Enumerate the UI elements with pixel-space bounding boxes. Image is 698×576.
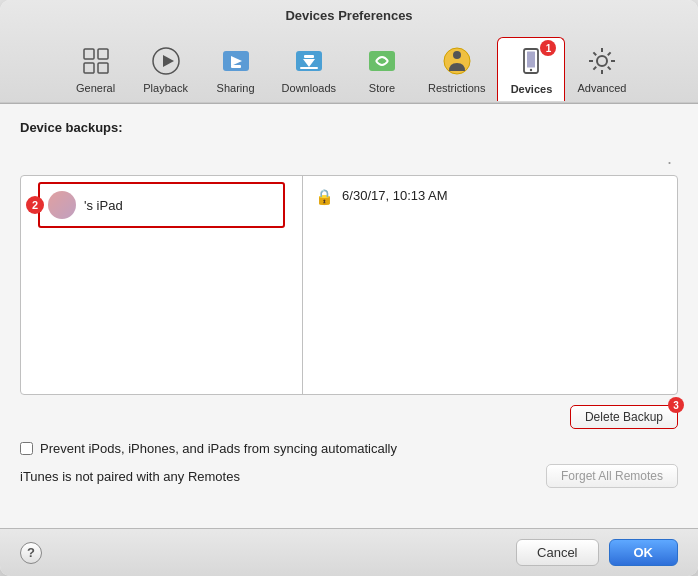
dot-separator: · bbox=[20, 153, 678, 171]
downloads-icon bbox=[291, 43, 327, 79]
svg-rect-1 bbox=[98, 49, 108, 59]
toolbar-item-sharing[interactable]: Sharing bbox=[202, 37, 270, 100]
device-avatar bbox=[48, 191, 76, 219]
help-button[interactable]: ? bbox=[20, 542, 42, 564]
toolbar-item-playback[interactable]: Playback bbox=[132, 37, 200, 100]
title-bar: Devices Preferences General bbox=[0, 0, 698, 104]
prevent-sync-label: Prevent iPods, iPhones, and iPads from s… bbox=[40, 441, 397, 456]
lock-icon: 🔒 bbox=[315, 188, 334, 206]
preferences-window: Devices Preferences General bbox=[0, 0, 698, 576]
svg-rect-3 bbox=[98, 63, 108, 73]
toolbar-item-devices[interactable]: 1 Devices bbox=[497, 37, 565, 101]
advanced-icon bbox=[584, 43, 620, 79]
ok-button[interactable]: OK bbox=[609, 539, 679, 566]
remotes-label: iTunes is not paired with any Remotes bbox=[20, 469, 240, 484]
svg-line-26 bbox=[608, 52, 611, 55]
playback-label: Playback bbox=[143, 82, 188, 94]
delete-row: Delete Backup 3 bbox=[20, 405, 678, 429]
devices-badge: 1 bbox=[540, 40, 556, 56]
forget-all-remotes-button[interactable]: Forget All Remotes bbox=[546, 464, 678, 488]
svg-line-24 bbox=[593, 52, 596, 55]
svg-point-19 bbox=[597, 56, 607, 66]
devices-label: Devices bbox=[511, 83, 553, 95]
backup-list: 2 's iPad bbox=[21, 176, 303, 394]
bottom-buttons: Cancel OK bbox=[516, 539, 678, 566]
toolbar-item-general[interactable]: General bbox=[62, 37, 130, 100]
svg-rect-17 bbox=[527, 52, 535, 68]
toolbar-item-downloads[interactable]: Downloads bbox=[272, 37, 346, 100]
svg-rect-2 bbox=[84, 63, 94, 73]
sharing-label: Sharing bbox=[217, 82, 255, 94]
backups-area: 2 's iPad 🔒 6/30/17, 10:13 AM bbox=[20, 175, 678, 395]
svg-point-18 bbox=[530, 69, 532, 71]
general-icon bbox=[78, 43, 114, 79]
store-label: Store bbox=[369, 82, 395, 94]
svg-point-15 bbox=[453, 51, 461, 59]
svg-line-25 bbox=[608, 67, 611, 70]
store-icon bbox=[364, 43, 400, 79]
svg-rect-13 bbox=[369, 51, 395, 71]
main-content: Device backups: · 2 's iPad 🔒 6/30/17, 1… bbox=[0, 104, 698, 528]
delete-badge: 3 bbox=[668, 397, 684, 413]
svg-rect-11 bbox=[304, 55, 314, 58]
section-label: Device backups: bbox=[20, 120, 678, 135]
playback-icon bbox=[148, 43, 184, 79]
sharing-icon bbox=[218, 43, 254, 79]
prevent-sync-row: Prevent iPods, iPhones, and iPads from s… bbox=[20, 441, 678, 456]
bottom-bar: ? Cancel OK bbox=[0, 528, 698, 576]
toolbar: General Playback bbox=[0, 31, 698, 100]
options-area: Prevent iPods, iPhones, and iPads from s… bbox=[20, 441, 678, 488]
window-title: Devices Preferences bbox=[0, 8, 698, 23]
svg-rect-8 bbox=[231, 65, 241, 68]
svg-rect-0 bbox=[84, 49, 94, 59]
prevent-sync-checkbox[interactable] bbox=[20, 442, 33, 455]
backup-detail: 🔒 6/30/17, 10:13 AM bbox=[303, 176, 677, 394]
svg-rect-12 bbox=[300, 67, 318, 69]
device-name: 's iPad bbox=[84, 198, 123, 213]
general-label: General bbox=[76, 82, 115, 94]
toolbar-item-restrictions[interactable]: Restrictions bbox=[418, 37, 495, 100]
toolbar-item-advanced[interactable]: Advanced bbox=[567, 37, 636, 100]
svg-marker-5 bbox=[163, 55, 174, 67]
backup-item-badge: 2 bbox=[26, 196, 44, 214]
restrictions-label: Restrictions bbox=[428, 82, 485, 94]
delete-backup-button[interactable]: Delete Backup bbox=[570, 405, 678, 429]
cancel-button[interactable]: Cancel bbox=[516, 539, 598, 566]
delete-wrapper: Delete Backup 3 bbox=[570, 405, 678, 429]
svg-line-27 bbox=[593, 67, 596, 70]
remotes-row: iTunes is not paired with any Remotes Fo… bbox=[20, 464, 678, 488]
restrictions-icon bbox=[439, 43, 475, 79]
advanced-label: Advanced bbox=[577, 82, 626, 94]
downloads-label: Downloads bbox=[282, 82, 336, 94]
backup-list-item[interactable]: 's iPad bbox=[38, 182, 285, 228]
backup-date: 6/30/17, 10:13 AM bbox=[342, 188, 448, 203]
toolbar-item-store[interactable]: Store bbox=[348, 37, 416, 100]
